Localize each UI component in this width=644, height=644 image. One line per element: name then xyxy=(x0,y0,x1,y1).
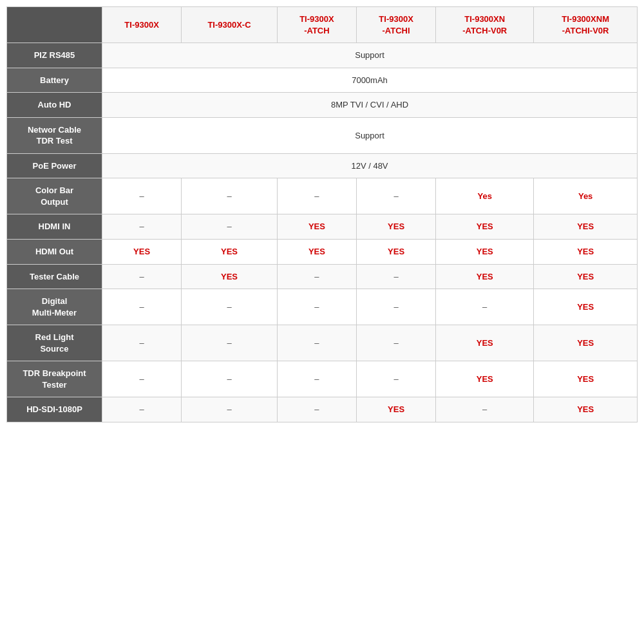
cell-value: YES xyxy=(182,240,278,265)
cell-value: Yes xyxy=(534,178,638,214)
yes-value: YES xyxy=(133,247,150,256)
dash-value: – xyxy=(139,191,144,201)
col-header-0: TI-9300X xyxy=(102,7,182,43)
dash-value: – xyxy=(314,404,319,414)
dash-value: – xyxy=(482,404,487,414)
dash-value: – xyxy=(393,374,398,384)
yes-value: YES xyxy=(388,222,404,231)
table-row: HD-SDI-1080P–––YES–YES xyxy=(7,397,638,422)
cell-value: YES xyxy=(534,264,638,289)
row-label: Battery xyxy=(7,68,102,93)
cell-value: YES xyxy=(534,361,638,397)
cell-value: – xyxy=(436,397,534,422)
cell-value: Yes xyxy=(436,178,534,214)
cell-value: – xyxy=(356,361,435,397)
row-label: Tester Cable xyxy=(7,264,102,289)
dash-value: – xyxy=(139,272,144,281)
header-row: TI-9300X TI-9300X-C TI-9300X-ATCH TI-930… xyxy=(7,7,638,43)
dash-value: – xyxy=(314,191,319,201)
yes-value: YES xyxy=(577,374,594,384)
yes-value: YES xyxy=(221,272,238,281)
cell-value: – xyxy=(182,361,278,397)
cell-value: – xyxy=(182,397,278,422)
cell-value: – xyxy=(102,214,182,240)
cell-value: – xyxy=(356,325,435,361)
span-value: Support xyxy=(102,43,638,68)
cell-value: – xyxy=(102,361,182,397)
cell-value: – xyxy=(277,264,356,289)
yes-value: YES xyxy=(477,222,493,231)
cell-value: – xyxy=(356,289,435,325)
cell-value: YES xyxy=(436,240,534,265)
yes-value: YES xyxy=(477,272,493,281)
cell-value: YES xyxy=(356,214,435,240)
dash-value: – xyxy=(393,302,398,312)
cell-value: YES xyxy=(534,397,638,422)
yes-value: YES xyxy=(221,247,238,256)
cell-value: YES xyxy=(436,264,534,289)
yes-value: Yes xyxy=(578,191,592,201)
span-value: 8MP TVI / CVI / AHD xyxy=(102,93,638,118)
row-label: Red LightSource xyxy=(7,325,102,361)
cell-value: – xyxy=(102,178,182,214)
dash-value: – xyxy=(227,302,231,312)
yes-value: YES xyxy=(308,222,325,231)
yes-value: Yes xyxy=(478,191,492,201)
cell-value: YES xyxy=(277,214,356,240)
row-label: HDMI Out xyxy=(7,240,102,265)
table-row: Color BarOutput––––YesYes xyxy=(7,178,638,214)
table-row: Tester Cable–YES––YESYES xyxy=(7,264,638,289)
row-label: PIZ RS485 xyxy=(7,43,102,68)
span-value: 12V / 48V xyxy=(102,153,638,178)
dash-value: – xyxy=(314,272,319,281)
dash-value: – xyxy=(227,191,231,201)
table-row: Auto HD8MP TVI / CVI / AHD xyxy=(7,93,638,118)
cell-value: – xyxy=(277,289,356,325)
table-row: Networ CableTDR TestSupport xyxy=(7,117,638,153)
row-label: HDMI IN xyxy=(7,214,102,240)
cell-value: – xyxy=(356,178,435,214)
span-value: 7000mAh xyxy=(102,68,638,93)
dash-value: – xyxy=(139,404,144,414)
cell-value: – xyxy=(356,264,435,289)
yes-value: YES xyxy=(577,272,594,281)
dash-value: – xyxy=(139,374,144,384)
cell-value: YES xyxy=(356,397,435,422)
col-header-3: TI-9300X-ATCHI xyxy=(356,7,435,43)
cell-value: – xyxy=(102,325,182,361)
table-row: PoE Power12V / 48V xyxy=(7,153,638,178)
cell-value: YES xyxy=(356,240,435,265)
yes-value: YES xyxy=(477,338,493,348)
cell-value: YES xyxy=(534,240,638,265)
cell-value: YES xyxy=(534,325,638,361)
row-label: Color BarOutput xyxy=(7,178,102,214)
yes-value: YES xyxy=(577,247,594,256)
dash-value: – xyxy=(393,272,398,281)
row-label: Networ CableTDR Test xyxy=(7,117,102,153)
dash-value: – xyxy=(227,222,231,231)
table-row: TDR BreakpointTester––––YESYES xyxy=(7,361,638,397)
yes-value: YES xyxy=(577,302,594,312)
cell-value: – xyxy=(277,325,356,361)
yes-value: YES xyxy=(388,404,404,414)
cell-value: – xyxy=(277,361,356,397)
table-row: HDMI IN––YESYESYESYES xyxy=(7,214,638,240)
col-header-4: TI-9300XN-ATCH-V0R xyxy=(436,7,534,43)
yes-value: YES xyxy=(477,374,493,384)
dash-value: – xyxy=(227,338,231,348)
cell-value: – xyxy=(102,289,182,325)
table-row: DigitalMulti-Meter–––––YES xyxy=(7,289,638,325)
table-row: HDMI OutYESYESYESYESYESYES xyxy=(7,240,638,265)
yes-value: YES xyxy=(308,247,325,256)
dash-value: – xyxy=(139,338,144,348)
cell-value: – xyxy=(436,289,534,325)
cell-value: – xyxy=(182,325,278,361)
dash-value: – xyxy=(227,404,231,414)
cell-value: YES xyxy=(182,264,278,289)
cell-value: – xyxy=(182,214,278,240)
cell-value: – xyxy=(182,289,278,325)
dash-value: – xyxy=(393,338,398,348)
col-header-2: TI-9300X-ATCH xyxy=(277,7,356,43)
cell-value: YES xyxy=(436,214,534,240)
cell-value: – xyxy=(102,397,182,422)
